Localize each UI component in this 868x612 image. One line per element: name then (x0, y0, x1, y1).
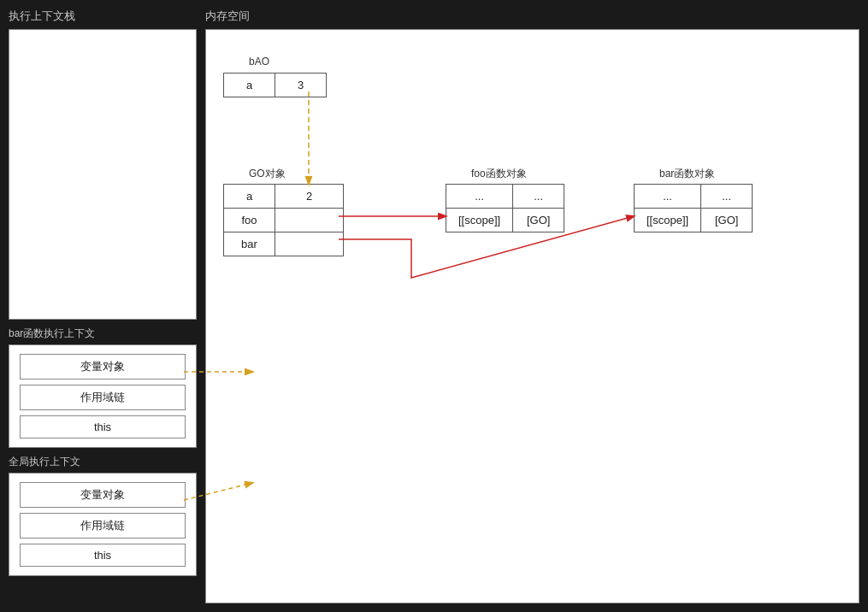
diagram-area: bAO a 3 GO对象 a 2 foo (206, 30, 859, 603)
bar-context-label: bar函数执行上下文 (9, 327, 197, 341)
left-panel-title: 执行上下文栈 (9, 9, 197, 24)
memory-space-box: bAO a 3 GO对象 a 2 foo (205, 29, 859, 603)
foo-dots1: ... (446, 185, 513, 209)
global-this: this (20, 544, 186, 567)
bao-table: a 3 (223, 73, 327, 97)
bar-scope: [[scope]] (635, 209, 701, 232)
foo-scope: [[scope]] (446, 209, 513, 232)
arrows-svg (206, 30, 859, 603)
top-empty-box (9, 29, 197, 320)
bar-obj-table: ... ... [[scope]] [GO] (634, 184, 753, 232)
foo-obj-table: ... ... [[scope]] [GO] (446, 184, 564, 232)
bar-this: this (20, 415, 186, 438)
bar-dots1: ... (635, 185, 701, 209)
foo-go-ref: [GO] (513, 209, 564, 232)
bar-go-ref: [GO] (701, 209, 753, 232)
foo-obj-label: foo函数对象 (471, 167, 527, 181)
bao-key-a: a (224, 74, 275, 97)
right-panel-title: 内存空间 (205, 9, 859, 24)
bar-context-block: 变量对象 作用域链 this (9, 344, 197, 448)
bar-dots2: ... (701, 185, 753, 209)
bao-val-3: 3 (275, 74, 327, 97)
global-context-block: 变量对象 作用域链 this (9, 473, 197, 576)
global-context-label: 全局执行上下文 (9, 455, 197, 469)
bao-label: bAO (249, 56, 269, 68)
bar-scope-chain: 作用域链 (20, 385, 186, 410)
foo-dots2: ... (513, 185, 564, 209)
go-key-bar: bar (224, 232, 275, 256)
go-val-bar (275, 232, 344, 256)
go-val-2: 2 (275, 185, 344, 209)
global-scope-chain: 作用域链 (20, 513, 186, 538)
go-table: a 2 foo bar (223, 184, 344, 256)
global-variables: 变量对象 (20, 482, 186, 508)
go-key-foo: foo (224, 209, 275, 232)
bar-variables: 变量对象 (20, 354, 186, 380)
go-val-foo (275, 209, 344, 232)
go-label: GO对象 (249, 167, 286, 181)
go-key-a: a (224, 185, 275, 209)
bar-obj-label: bar函数对象 (659, 167, 715, 181)
